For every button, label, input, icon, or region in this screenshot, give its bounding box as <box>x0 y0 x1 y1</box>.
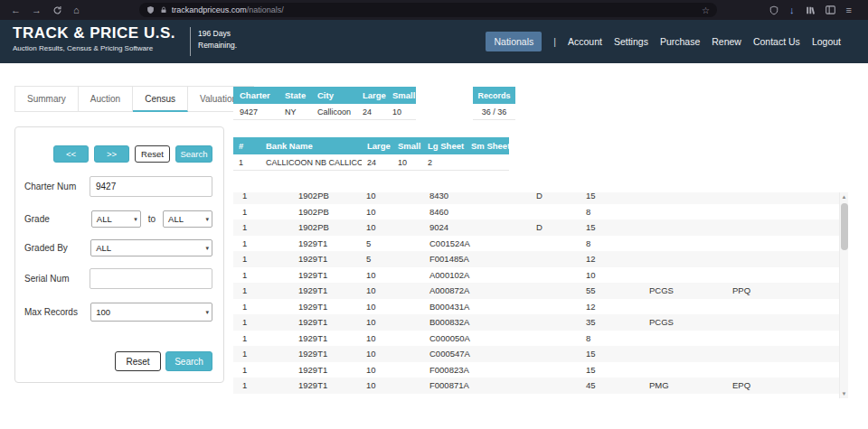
census-row[interactable]: 11902PB109024D15 <box>233 219 839 236</box>
census-cell: 1929T1 <box>289 283 357 299</box>
census-cell: 10 <box>357 283 420 299</box>
scrollbar-thumb[interactable] <box>841 203 848 250</box>
tab-auction[interactable]: Auction <box>79 86 133 112</box>
column-header-lg-sheet: Lg Sheet <box>422 141 466 151</box>
census-cell <box>527 362 577 378</box>
refresh-icon[interactable] <box>52 5 62 15</box>
census-cell: 8460 <box>420 204 527 220</box>
vertical-scrollbar[interactable]: ▲ ▼ <box>839 192 848 398</box>
census-cell <box>640 267 723 284</box>
census-row[interactable]: 11929T110B000431A12 <box>233 299 839 315</box>
census-cell <box>723 314 839 331</box>
graded-by-select[interactable]: ALL ▾ <box>90 239 212 256</box>
census-row[interactable]: 11929T110A000872A55PCGSPPQ <box>233 283 839 299</box>
url-bar[interactable]: trackandpriceus.com/nationals/ ☆ <box>139 3 717 17</box>
scroll-down-icon[interactable]: ▼ <box>840 389 848 398</box>
census-row[interactable]: 11902PB1084608 <box>233 204 839 220</box>
census-cell: 1902PB <box>289 204 357 220</box>
nav-purchase[interactable]: Purchase <box>660 36 700 47</box>
census-cell: F000871A <box>420 378 527 394</box>
max-records-select[interactable]: 100 ▾ <box>90 303 212 322</box>
census-cell <box>640 346 723 362</box>
bank-row[interactable]: 1 CALLICOON NB CALLICOON 24 10 2 <box>233 154 509 171</box>
logo[interactable]: TRACK & PRICE U.S. Auction Results, Cens… <box>13 24 175 52</box>
census-row[interactable]: 11929T15F001485A12 <box>233 251 839 267</box>
next-page-button[interactable]: >> <box>94 145 129 163</box>
table-cell: Callicoon <box>311 107 356 117</box>
nav-nationals[interactable]: Nationals <box>486 32 542 51</box>
library-icon[interactable] <box>806 5 815 15</box>
census-cell <box>640 362 723 378</box>
reset-button-top[interactable]: Reset <box>135 145 170 163</box>
census-row[interactable]: 11929T110F000823A15 <box>233 362 839 378</box>
table-cell: NY <box>278 107 311 117</box>
chevron-down-icon: ▾ <box>205 240 209 256</box>
prev-page-button[interactable]: << <box>53 145 89 163</box>
census-row[interactable]: 11929T110F000871A45PMGEPQ <box>233 378 839 394</box>
pager-button-row: << >> Reset Search <box>24 145 212 163</box>
census-cell: 10 <box>357 331 420 347</box>
census-row[interactable]: 11929T110A000102A10 <box>233 267 839 284</box>
toolbar-right-icons: ↓ ≡ <box>769 0 863 20</box>
menu-icon[interactable]: ≡ <box>846 0 852 20</box>
tab-summary[interactable]: Summary <box>14 86 79 112</box>
records-count: 36 / 36 <box>473 107 515 117</box>
census-row[interactable]: 11929T15C001524A8 <box>233 236 839 252</box>
nav-renew[interactable]: Renew <box>712 36 741 47</box>
column-header-city: City <box>311 90 356 100</box>
tab-census[interactable]: Census <box>133 86 188 112</box>
bookmark-star-icon[interactable]: ☆ <box>702 5 710 15</box>
search-button[interactable]: Search <box>165 351 212 371</box>
sidebar-icon[interactable] <box>826 5 835 14</box>
column-header-large: Large <box>356 90 386 100</box>
nav-contact-us[interactable]: Contact Us <box>753 36 800 47</box>
census-cell: 45 <box>577 378 640 394</box>
nav-settings[interactable]: Settings <box>614 36 648 47</box>
reset-button[interactable]: Reset <box>115 351 161 371</box>
census-cell: 1 <box>233 283 289 299</box>
census-cell: 8 <box>577 204 640 220</box>
bank-table: # Bank Name Large Small Lg Sheet Sm Shee… <box>233 137 509 171</box>
serial-num-input[interactable] <box>90 268 212 289</box>
census-cell: 1929T1 <box>289 299 357 315</box>
nav-logout[interactable]: Logout <box>812 36 841 47</box>
census-cell: 1 <box>233 251 289 267</box>
search-button-top[interactable]: Search <box>175 145 212 163</box>
census-row[interactable]: 11929T110B000832A35PCGS <box>233 314 839 331</box>
lock-icon[interactable] <box>160 2 167 18</box>
tracking-shield-icon[interactable] <box>146 2 155 18</box>
census-row[interactable]: 11929T110C000547A15 <box>233 346 839 362</box>
site-header: TRACK & PRICE U.S. Auction Results, Cens… <box>0 20 868 63</box>
download-icon[interactable]: ↓ <box>789 0 795 20</box>
census-row[interactable]: 11902PB108430D15 <box>233 192 839 204</box>
column-header-sm-sheet: Sm Sheet <box>466 141 509 151</box>
census-table: 11902PB108430D1511902PB108460811902PB109… <box>233 192 848 398</box>
table-header-row: # Bank Name Large Small Lg Sheet Sm Shee… <box>233 137 509 154</box>
census-cell: 10 <box>357 299 420 315</box>
census-table-body: 11902PB108430D1511902PB108460811902PB109… <box>233 192 839 394</box>
census-row[interactable]: 11929T110C000050A8 <box>233 331 839 347</box>
grade-to-select[interactable]: ALL ▾ <box>163 210 212 228</box>
charter-num-input[interactable] <box>90 176 212 197</box>
shield-icon[interactable] <box>769 5 778 15</box>
census-cell <box>723 236 839 252</box>
max-records-row: Max Records 100 ▾ <box>24 303 212 322</box>
column-header-small: Small <box>386 90 416 100</box>
back-icon[interactable]: ← <box>11 0 21 20</box>
home-icon[interactable]: ⌂ <box>73 0 80 20</box>
census-cell: 10 <box>357 192 420 204</box>
table-row: 36 / 36 <box>473 104 515 120</box>
forward-icon[interactable]: → <box>32 0 42 20</box>
census-cell: 1 <box>233 219 289 236</box>
search-form-panel: << >> Reset Search Charter Num Grade ALL… <box>14 126 224 383</box>
census-cell: 1929T1 <box>289 314 357 331</box>
census-cell: 5 <box>357 236 420 252</box>
scroll-up-icon[interactable]: ▲ <box>840 192 848 201</box>
census-cell: 35 <box>577 314 640 331</box>
table-row[interactable]: 9427 NY Callicoon 24 10 <box>233 104 416 120</box>
max-records-value: 100 <box>96 307 110 317</box>
census-cell <box>527 236 577 252</box>
main-nav: Nationals | Account Settings Purchase Re… <box>486 20 841 63</box>
nav-account[interactable]: Account <box>568 36 602 47</box>
grade-from-select[interactable]: ALL ▾ <box>91 210 141 228</box>
